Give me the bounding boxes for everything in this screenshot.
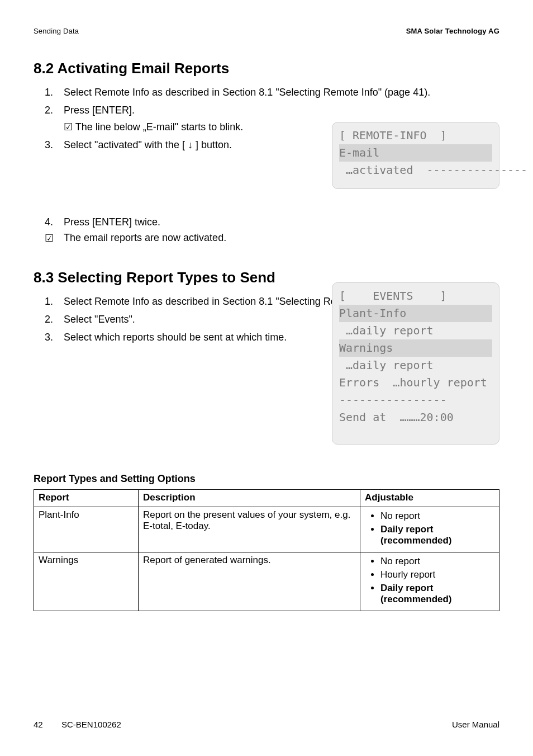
lcd-line: [ REMOTE-INFO ]	[339, 129, 447, 142]
td-description: Report of generated warnings.	[139, 552, 360, 611]
page-number: 42	[34, 720, 43, 729]
step-text: Select Remote Info as described in Secti…	[64, 85, 499, 101]
doc-code: SC-BEN100262	[61, 720, 121, 729]
td-adjustable: No report Daily report(recommended)	[360, 507, 499, 552]
footer-left: 42 SC-BEN100262	[34, 720, 121, 729]
td-description: Report on the present values of your sys…	[139, 507, 360, 552]
lcd-line: ----------------	[339, 393, 447, 407]
list-item: No report	[380, 556, 494, 567]
table-row: Warnings Report of generated warnings. N…	[34, 552, 499, 611]
lcd-line: Send at	[339, 410, 386, 424]
table-row: Plant-Info Report on the present values …	[34, 507, 499, 552]
header-left: Sending Data	[34, 27, 79, 35]
step-number: 3.	[45, 138, 64, 153]
report-table: Report Description Adjustable Plant-Info…	[34, 489, 499, 611]
list-item: 4. Press [ENTER] twice.	[45, 215, 499, 230]
result-text: The email reports are now activated.	[64, 232, 226, 244]
step-text: Press [ENTER] twice.	[64, 215, 499, 230]
th-adjustable: Adjustable	[360, 490, 499, 507]
step-number: 3.	[45, 330, 64, 346]
heading-8-2: 8.2 Activating Email Reports	[34, 60, 499, 77]
step-main: Press [ENTER].	[64, 105, 135, 116]
th-report: Report	[34, 490, 139, 507]
list-item: 1. Select Remote Info as described in Se…	[45, 85, 499, 101]
step-number: 1.	[45, 294, 64, 310]
lcd-line: ---------------	[420, 163, 528, 177]
step-number: 1.	[45, 85, 64, 101]
lcd-line: ………20:00	[393, 410, 453, 424]
th-description: Description	[139, 490, 360, 507]
td-report: Plant-Info	[34, 507, 139, 552]
adjustable-list: No report Hourly report Daily report(rec…	[365, 556, 494, 605]
lcd-line-highlight: Warnings	[339, 339, 492, 357]
page-header: Sending Data SMA Solar Technology AG	[34, 27, 499, 35]
footer-right: User Manual	[452, 720, 499, 729]
steps-8-2b: 4. Press [ENTER] twice.	[45, 215, 499, 230]
header-right: SMA Solar Technology AG	[406, 27, 499, 35]
table-row: Report Description Adjustable	[34, 490, 499, 507]
lcd-line: …hourly report	[386, 376, 487, 389]
step-number: 4.	[45, 215, 64, 230]
lcd-panel-events: [ EVENTS ] Plant-Info …daily report Warn…	[332, 282, 499, 445]
lcd-panel-remote-info: [ REMOTE-INFO ] E-mail …activated ------…	[332, 122, 499, 189]
list-item: Daily report(recommended)	[380, 583, 494, 605]
lcd-line: Errors	[339, 376, 379, 389]
step-number: 2.	[45, 103, 64, 135]
lcd-line: …activated	[339, 163, 413, 177]
lcd-line: …daily report	[339, 324, 434, 337]
lcd-line: …daily report	[339, 358, 434, 372]
step-number: 2.	[45, 312, 64, 328]
check-icon: ☑	[45, 232, 64, 244]
result-line: ☑ The email reports are now activated.	[45, 232, 499, 244]
page-footer: 42 SC-BEN100262 User Manual	[34, 720, 499, 729]
td-report: Warnings	[34, 552, 139, 611]
lcd-line-highlight: E-mail	[339, 144, 492, 162]
list-item: No report	[380, 511, 494, 522]
td-adjustable: No report Hourly report Daily report(rec…	[360, 552, 499, 611]
table-title: Report Types and Setting Options	[34, 473, 499, 485]
list-item: Hourly report	[380, 569, 494, 580]
lcd-line: [ EVENTS ]	[339, 289, 447, 303]
adjustable-list: No report Daily report(recommended)	[365, 511, 494, 546]
lcd-line-highlight: Plant-Info	[339, 305, 492, 322]
list-item: Daily report(recommended)	[380, 524, 494, 546]
